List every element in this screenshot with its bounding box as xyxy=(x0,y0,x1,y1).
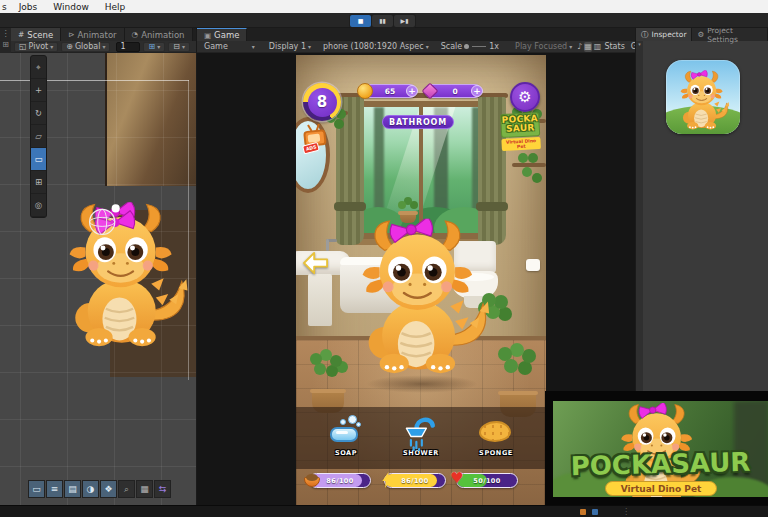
view-tool-icon[interactable]: ⌖ xyxy=(31,56,46,79)
game-view-dropdown[interactable]: Game ▾ xyxy=(201,42,258,51)
grid-visibility-icon[interactable]: ▦ xyxy=(136,480,153,498)
scale-label: Scale xyxy=(441,42,463,51)
gear-icon: ⚙ xyxy=(518,88,531,106)
gem-icon xyxy=(422,83,439,100)
info-icon: ⓘ xyxy=(641,30,649,40)
layout-icon[interactable]: ▤ xyxy=(64,480,81,498)
tab-animator-label: Animator xyxy=(78,30,117,40)
animator-icon: ⊳ xyxy=(68,30,74,39)
chevron-down-icon: ▾ xyxy=(102,43,105,50)
snap-icon: ⊟ xyxy=(173,42,180,51)
scale-tool-icon[interactable]: ▱ xyxy=(31,125,46,148)
ads-button[interactable]: ADS xyxy=(303,124,330,154)
chevron-down-icon: ▾ xyxy=(426,43,429,50)
add-gems-button[interactable]: + xyxy=(471,85,483,97)
coin-value: 65 xyxy=(376,85,404,97)
mute-audio-icon[interactable]: ♪ xyxy=(577,42,582,52)
menu-item-window[interactable]: Window xyxy=(45,2,97,12)
grid-size-input[interactable]: 1 xyxy=(116,42,140,52)
banner-image[interactable]: POCKASAUR Virtual Dino Pet xyxy=(553,401,768,497)
game-icon: ▣ xyxy=(204,31,211,40)
menu-item-partial[interactable]: s xyxy=(0,2,11,12)
gem-counter: 0 + xyxy=(424,84,482,98)
settings-button[interactable]: ⚙ xyxy=(510,82,540,112)
game-toolbar: Game ▾ Display 1 ▾ phone (1080:1920 Aspe… xyxy=(197,41,635,53)
pause-button[interactable]: ▮▮ xyxy=(372,15,393,27)
tab-game[interactable]: ▣ Game xyxy=(197,28,247,41)
transport-controls: ■ ▮▮ ▶▮ xyxy=(349,14,416,28)
tab-scene[interactable]: # Scene xyxy=(11,28,61,41)
grid-snap-dropdown[interactable]: ⊞ ▾ xyxy=(143,42,165,52)
stats-toggle[interactable]: Stats xyxy=(601,42,627,51)
play-focused-dropdown[interactable]: Play Focused ▾ xyxy=(512,42,575,51)
move-tool-icon[interactable]: + xyxy=(31,79,46,102)
scroll-arrow-icon[interactable]: ▾ xyxy=(638,41,641,47)
play-stop-button[interactable]: ■ xyxy=(350,15,371,27)
transform-tool-icon[interactable]: ⊞ xyxy=(31,171,46,194)
light-gizmo-sphere[interactable] xyxy=(86,203,122,239)
chevron-down-icon: ▾ xyxy=(569,43,572,50)
banner-preview-panel: POCKASAUR Virtual Dino Pet xyxy=(545,391,768,505)
more-icon[interactable]: ⋮ xyxy=(2,29,10,38)
logo-subtitle: Virtual Dino Pet xyxy=(501,137,541,151)
snap-settings-dropdown[interactable]: ⊟ ▾ xyxy=(168,42,190,52)
pause-icon: ▮▮ xyxy=(379,18,386,24)
more-icon[interactable]: ⋮ xyxy=(622,507,630,516)
metrics-icon[interactable]: ▥ xyxy=(594,42,602,52)
pivot-dropdown[interactable]: ◱ Pivot ▾ xyxy=(14,42,58,52)
scene-toolbar: ◱ Pivot ▾ ⊕ Global ▾ 1 ⊞ ▾ ⊟ ▾ xyxy=(11,41,196,53)
vsync-icon[interactable]: ▦ xyxy=(584,42,592,52)
scene-dragon-sprite[interactable] xyxy=(56,201,192,353)
tab-inspector[interactable]: ⓘ Inspector xyxy=(636,28,692,41)
tab-animation[interactable]: ◔ Animation xyxy=(125,28,193,41)
display-dropdown[interactable]: Display 1 ▾ xyxy=(266,42,314,51)
editor-toolbar: ■ ▮▮ ▶▮ xyxy=(0,13,768,28)
status-icon xyxy=(580,509,586,515)
tab-animation-label: Animation xyxy=(141,30,184,40)
game-screen: 8 65 + 0 + ⚙ BATHROOM POC xyxy=(296,55,546,505)
gizmo-toggle-icon[interactable]: ❖ xyxy=(100,480,117,498)
add-coins-button[interactable]: + xyxy=(406,85,418,97)
aspect-ratio-dropdown[interactable]: phone (1080:1920 Aspec ▾ xyxy=(320,42,432,51)
menu-item-help[interactable]: Help xyxy=(97,2,134,12)
tab-project-settings-label: Project Settings xyxy=(707,26,762,44)
scene-icon: # xyxy=(18,30,24,39)
scale-slider[interactable]: Scale 1x xyxy=(438,42,502,51)
chevron-down-icon: ▾ xyxy=(182,43,185,50)
game-logo-box: POCKA SAUR xyxy=(500,112,540,138)
custom-tool-icon[interactable]: ◎ xyxy=(31,194,46,217)
chevron-down-icon: ▾ xyxy=(50,43,53,50)
pivot-label: Pivot xyxy=(29,42,49,51)
level-badge[interactable]: 8 xyxy=(303,83,341,121)
scene-tabstrip: # Scene ⊳ Animator ◔ Animation ⋮ xyxy=(11,28,196,41)
coin-icon xyxy=(357,83,373,99)
status-strip: ⋮ xyxy=(0,505,768,517)
room-label: BATHROOM xyxy=(382,115,454,129)
rect-tool-icon[interactable]: ▭ xyxy=(31,148,46,171)
camera-sync-icon[interactable]: ⇆ xyxy=(154,480,171,498)
app-icon-preview[interactable] xyxy=(666,60,740,134)
menu-item-jobs[interactable]: Jobs xyxy=(11,2,46,12)
step-button[interactable]: ▶▮ xyxy=(394,15,415,27)
step-icon: ▶▮ xyxy=(401,18,409,24)
orientation-dropdown[interactable]: ⊕ Global ▾ xyxy=(61,42,110,52)
tab-project-settings[interactable]: ⚙ Project Settings xyxy=(692,28,768,41)
lighting-toggle-icon[interactable]: ◑ xyxy=(82,480,99,498)
rect-bounds-icon[interactable]: ▭ xyxy=(28,480,45,498)
coin-counter: 65 + xyxy=(359,84,417,98)
search-icon[interactable]: ⌕ xyxy=(118,480,135,498)
chevron-down-icon: ▾ xyxy=(157,43,160,50)
rotate-tool-icon[interactable]: ↻ xyxy=(31,102,46,125)
scene-background-sprite xyxy=(105,53,196,186)
scale-knob[interactable] xyxy=(464,44,469,49)
play-focused-label: Play Focused xyxy=(515,42,567,51)
tab-inspector-label: Inspector xyxy=(652,30,687,39)
layers-filter-icon[interactable]: ≡ xyxy=(46,480,63,498)
stop-icon: ■ xyxy=(358,18,364,24)
scene-footer-toolbar: ▭ ≡ ▤ ◑ ❖ ⌕ ▦ ⇆ xyxy=(28,480,171,498)
orientation-label: Global xyxy=(75,42,101,51)
dock-icon[interactable]: ⊞ xyxy=(2,40,9,49)
scene-viewport[interactable]: ⌖ + ↻ ▱ ▭ ⊞ ◎ ▭ ≡ ▤ ◑ ❖ ⌕ ▦ ⇆ xyxy=(0,53,196,505)
scene-tool-palette: ⌖ + ↻ ▱ ▭ ⊞ ◎ xyxy=(30,55,47,218)
tab-animator[interactable]: ⊳ Animator xyxy=(61,28,124,41)
